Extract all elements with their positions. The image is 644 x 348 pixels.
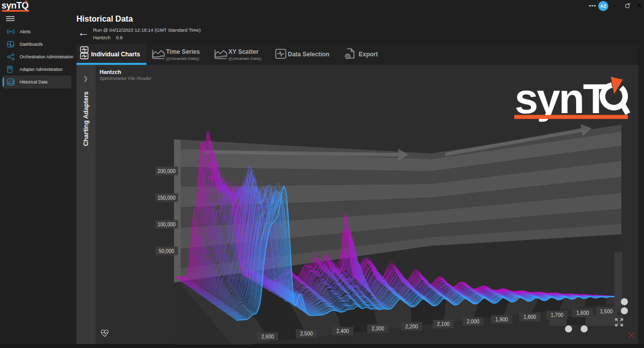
svg-text:synTQ: synTQ — [2, 1, 29, 11]
